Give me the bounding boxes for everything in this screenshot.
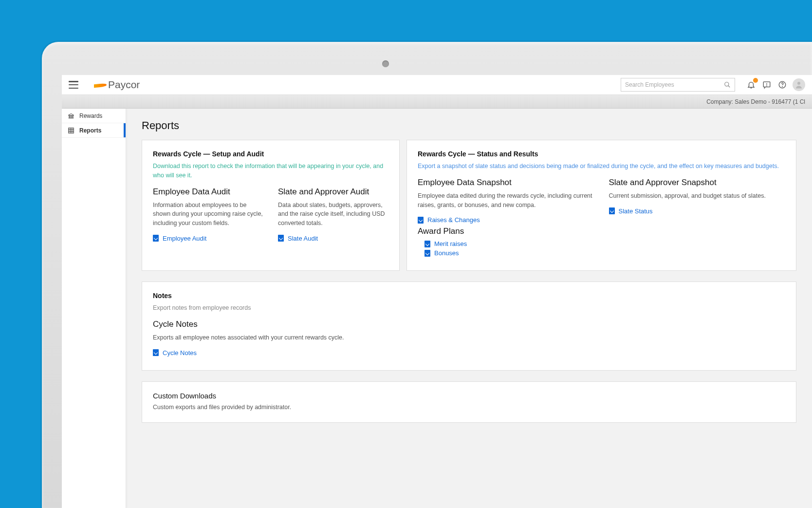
sidenav: Rewards Reports (62, 109, 126, 508)
link-bonuses[interactable]: Bonuses (424, 249, 594, 257)
card-title: Custom Downloads (153, 392, 785, 400)
section-cycle-notes: Cycle Notes Exports all employee notes a… (153, 320, 785, 357)
card-desc: Export notes from employee records (153, 303, 785, 313)
sidenav-item-label: Rewards (79, 113, 102, 119)
col-body: Information about employees to be shown … (153, 201, 263, 228)
svg-rect-9 (71, 115, 71, 117)
user-avatar[interactable] (793, 78, 805, 91)
sidenav-item-label: Reports (79, 127, 101, 134)
svg-rect-10 (73, 115, 73, 117)
download-doc-icon (418, 217, 424, 224)
cards-row-1: Rewards Cycle — Setup and Audit Download… (142, 140, 796, 271)
col-heading: Slate and Approver Audit (278, 187, 388, 197)
link-raises-changes[interactable]: Raises & Changes (418, 216, 594, 224)
main-content: Reports Rewards Cycle — Setup and Audit … (126, 109, 812, 508)
link-slate-status[interactable]: Slate Status (609, 207, 786, 215)
card-title: Rewards Cycle — Setup and Audit (153, 150, 388, 158)
col-employee-snapshot: Employee Data Snapshot Employee data edi… (418, 178, 594, 259)
card-notes: Notes Export notes from employee records… (142, 282, 796, 371)
section-heading: Award Plans (418, 226, 594, 236)
link-employee-audit[interactable]: Employee Audit (153, 235, 263, 242)
topbar: Paycor (62, 75, 812, 95)
card-title: Rewards Cycle — Status and Results (418, 150, 785, 158)
search-box[interactable] (621, 78, 735, 92)
app-screen: Paycor (62, 75, 812, 508)
download-doc-icon (153, 235, 159, 242)
link-label: Slate Status (619, 207, 653, 215)
col-slate-snapshot: Slate and Approver Snapshot Current subm… (609, 178, 786, 259)
link-merit-raises[interactable]: Merit raises (424, 240, 594, 247)
logo-swoosh-icon (94, 82, 107, 88)
svg-rect-12 (69, 128, 74, 133)
company-bar: Company: Sales Demo - 916477 (1 Cl (62, 95, 812, 109)
section-heading: Cycle Notes (153, 320, 785, 329)
grid-icon (68, 127, 74, 134)
feedback-icon[interactable] (761, 79, 772, 90)
link-slate-audit[interactable]: Slate Audit (278, 235, 388, 242)
download-doc-icon (424, 250, 430, 257)
section-body: Exports all employee notes associated wi… (153, 333, 785, 342)
card-custom-downloads: Custom Downloads Custom exports and file… (142, 381, 796, 423)
section-award-plans: Award Plans Merit raises Bon (418, 226, 594, 257)
paycor-logo[interactable]: Paycor (94, 79, 140, 91)
svg-point-4 (767, 86, 767, 86)
link-label: Merit raises (434, 240, 467, 247)
col-body: Employee data edited during the rewards … (418, 191, 594, 210)
body: Rewards Reports Reports Rewards Cycle — … (62, 109, 812, 508)
card-desc: Download this report to check the inform… (153, 162, 388, 180)
logo-text: Paycor (108, 79, 140, 91)
link-cycle-notes[interactable]: Cycle Notes (153, 349, 785, 357)
sidenav-item-rewards[interactable]: Rewards (62, 109, 126, 123)
col-heading: Employee Data Snapshot (418, 178, 594, 188)
col-body: Data about slates, budgets, approvers, a… (278, 201, 388, 228)
company-label: Company: (706, 98, 733, 105)
help-icon[interactable] (777, 79, 788, 90)
device-frame: Paycor (42, 42, 812, 508)
download-doc-icon (278, 235, 284, 242)
page-title: Reports (142, 119, 796, 132)
card-status-results: Rewards Cycle — Status and Results Expor… (406, 140, 796, 271)
company-value: Sales Demo - 916477 (1 Cl (735, 98, 805, 105)
svg-point-0 (725, 82, 729, 86)
card-setup-audit: Rewards Cycle — Setup and Audit Download… (142, 140, 400, 271)
search-icon (724, 81, 731, 88)
download-doc-icon (424, 241, 430, 247)
notifications-bell-icon[interactable] (746, 79, 757, 90)
notification-badge (753, 78, 758, 83)
sidenav-item-reports[interactable]: Reports (62, 123, 126, 138)
col-heading: Employee Data Audit (153, 187, 263, 197)
link-label: Slate Audit (288, 235, 318, 242)
search-input[interactable] (625, 81, 724, 88)
bank-icon (68, 113, 74, 119)
card-title: Notes (153, 292, 785, 300)
link-label: Bonuses (434, 249, 459, 257)
topbar-icons (746, 78, 805, 91)
menu-hamburger-icon[interactable] (69, 81, 78, 89)
card-desc: Export a snapshot of slate status and de… (418, 162, 785, 171)
link-label: Employee Audit (163, 235, 206, 242)
device-camera (382, 60, 389, 67)
svg-line-1 (728, 86, 730, 88)
col-heading: Slate and Approver Snapshot (609, 178, 786, 188)
svg-point-7 (797, 82, 800, 85)
col-slate-approver-audit: Slate and Approver Audit Data about slat… (278, 187, 388, 244)
svg-rect-8 (69, 115, 70, 117)
col-body: Current submission, approval, and budget… (609, 191, 786, 201)
col-employee-data-audit: Employee Data Audit Information about em… (153, 187, 263, 244)
card-desc: Custom exports and files provided by adm… (153, 404, 785, 411)
download-doc-icon (609, 207, 615, 214)
link-label: Cycle Notes (163, 349, 197, 357)
download-doc-icon (153, 349, 159, 356)
link-label: Raises & Changes (427, 216, 480, 224)
svg-point-6 (782, 86, 783, 87)
